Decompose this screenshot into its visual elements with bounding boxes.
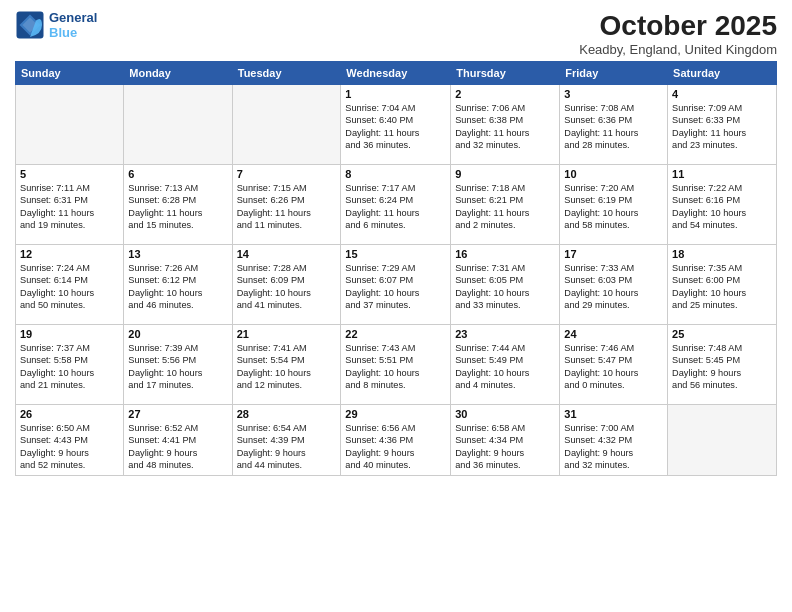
weekday-header: Monday bbox=[124, 62, 232, 85]
calendar-week-row: 19Sunrise: 7:37 AM Sunset: 5:58 PM Dayli… bbox=[16, 325, 777, 405]
calendar-cell: 6Sunrise: 7:13 AM Sunset: 6:28 PM Daylig… bbox=[124, 165, 232, 245]
calendar-week-row: 1Sunrise: 7:04 AM Sunset: 6:40 PM Daylig… bbox=[16, 85, 777, 165]
header: General Blue October 2025 Keadby, Englan… bbox=[15, 10, 777, 57]
day-info: Sunrise: 7:28 AM Sunset: 6:09 PM Dayligh… bbox=[237, 262, 337, 312]
day-number: 31 bbox=[564, 408, 663, 420]
day-number: 11 bbox=[672, 168, 772, 180]
day-info: Sunrise: 7:35 AM Sunset: 6:00 PM Dayligh… bbox=[672, 262, 772, 312]
calendar-cell: 12Sunrise: 7:24 AM Sunset: 6:14 PM Dayli… bbox=[16, 245, 124, 325]
day-number: 26 bbox=[20, 408, 119, 420]
day-number: 23 bbox=[455, 328, 555, 340]
day-number: 1 bbox=[345, 88, 446, 100]
day-info: Sunrise: 7:09 AM Sunset: 6:33 PM Dayligh… bbox=[672, 102, 772, 152]
day-number: 8 bbox=[345, 168, 446, 180]
calendar-cell: 7Sunrise: 7:15 AM Sunset: 6:26 PM Daylig… bbox=[232, 165, 341, 245]
calendar-cell: 1Sunrise: 7:04 AM Sunset: 6:40 PM Daylig… bbox=[341, 85, 451, 165]
weekday-header: Sunday bbox=[16, 62, 124, 85]
calendar-cell: 2Sunrise: 7:06 AM Sunset: 6:38 PM Daylig… bbox=[451, 85, 560, 165]
logo: General Blue bbox=[15, 10, 97, 40]
day-number: 27 bbox=[128, 408, 227, 420]
day-info: Sunrise: 6:58 AM Sunset: 4:34 PM Dayligh… bbox=[455, 422, 555, 472]
day-info: Sunrise: 7:08 AM Sunset: 6:36 PM Dayligh… bbox=[564, 102, 663, 152]
calendar-cell: 17Sunrise: 7:33 AM Sunset: 6:03 PM Dayli… bbox=[560, 245, 668, 325]
logo-text: General Blue bbox=[49, 10, 97, 40]
calendar-cell: 25Sunrise: 7:48 AM Sunset: 5:45 PM Dayli… bbox=[668, 325, 777, 405]
day-number: 18 bbox=[672, 248, 772, 260]
day-info: Sunrise: 7:13 AM Sunset: 6:28 PM Dayligh… bbox=[128, 182, 227, 232]
calendar-cell: 8Sunrise: 7:17 AM Sunset: 6:24 PM Daylig… bbox=[341, 165, 451, 245]
weekday-header: Tuesday bbox=[232, 62, 341, 85]
day-number: 30 bbox=[455, 408, 555, 420]
calendar-cell: 26Sunrise: 6:50 AM Sunset: 4:43 PM Dayli… bbox=[16, 405, 124, 476]
calendar-cell: 27Sunrise: 6:52 AM Sunset: 4:41 PM Dayli… bbox=[124, 405, 232, 476]
day-info: Sunrise: 6:54 AM Sunset: 4:39 PM Dayligh… bbox=[237, 422, 337, 472]
calendar-cell: 9Sunrise: 7:18 AM Sunset: 6:21 PM Daylig… bbox=[451, 165, 560, 245]
day-number: 9 bbox=[455, 168, 555, 180]
day-number: 28 bbox=[237, 408, 337, 420]
day-info: Sunrise: 7:15 AM Sunset: 6:26 PM Dayligh… bbox=[237, 182, 337, 232]
day-info: Sunrise: 6:50 AM Sunset: 4:43 PM Dayligh… bbox=[20, 422, 119, 472]
day-number: 29 bbox=[345, 408, 446, 420]
day-info: Sunrise: 7:11 AM Sunset: 6:31 PM Dayligh… bbox=[20, 182, 119, 232]
calendar-cell: 16Sunrise: 7:31 AM Sunset: 6:05 PM Dayli… bbox=[451, 245, 560, 325]
weekday-header: Friday bbox=[560, 62, 668, 85]
day-number: 12 bbox=[20, 248, 119, 260]
calendar-table: SundayMondayTuesdayWednesdayThursdayFrid… bbox=[15, 61, 777, 476]
day-number: 22 bbox=[345, 328, 446, 340]
day-info: Sunrise: 7:20 AM Sunset: 6:19 PM Dayligh… bbox=[564, 182, 663, 232]
day-number: 10 bbox=[564, 168, 663, 180]
day-number: 2 bbox=[455, 88, 555, 100]
calendar-cell: 19Sunrise: 7:37 AM Sunset: 5:58 PM Dayli… bbox=[16, 325, 124, 405]
calendar-week-row: 5Sunrise: 7:11 AM Sunset: 6:31 PM Daylig… bbox=[16, 165, 777, 245]
weekday-header: Saturday bbox=[668, 62, 777, 85]
day-info: Sunrise: 7:26 AM Sunset: 6:12 PM Dayligh… bbox=[128, 262, 227, 312]
day-info: Sunrise: 7:06 AM Sunset: 6:38 PM Dayligh… bbox=[455, 102, 555, 152]
day-number: 15 bbox=[345, 248, 446, 260]
calendar-cell: 13Sunrise: 7:26 AM Sunset: 6:12 PM Dayli… bbox=[124, 245, 232, 325]
day-number: 17 bbox=[564, 248, 663, 260]
day-info: Sunrise: 6:56 AM Sunset: 4:36 PM Dayligh… bbox=[345, 422, 446, 472]
calendar-cell bbox=[16, 85, 124, 165]
day-number: 4 bbox=[672, 88, 772, 100]
day-info: Sunrise: 7:00 AM Sunset: 4:32 PM Dayligh… bbox=[564, 422, 663, 472]
calendar-cell bbox=[668, 405, 777, 476]
logo-icon bbox=[15, 10, 45, 40]
day-number: 24 bbox=[564, 328, 663, 340]
day-number: 16 bbox=[455, 248, 555, 260]
day-info: Sunrise: 7:41 AM Sunset: 5:54 PM Dayligh… bbox=[237, 342, 337, 392]
day-number: 25 bbox=[672, 328, 772, 340]
calendar-cell: 15Sunrise: 7:29 AM Sunset: 6:07 PM Dayli… bbox=[341, 245, 451, 325]
day-info: Sunrise: 7:37 AM Sunset: 5:58 PM Dayligh… bbox=[20, 342, 119, 392]
calendar-cell: 29Sunrise: 6:56 AM Sunset: 4:36 PM Dayli… bbox=[341, 405, 451, 476]
calendar-cell: 11Sunrise: 7:22 AM Sunset: 6:16 PM Dayli… bbox=[668, 165, 777, 245]
day-info: Sunrise: 6:52 AM Sunset: 4:41 PM Dayligh… bbox=[128, 422, 227, 472]
calendar-cell: 31Sunrise: 7:00 AM Sunset: 4:32 PM Dayli… bbox=[560, 405, 668, 476]
calendar-cell: 14Sunrise: 7:28 AM Sunset: 6:09 PM Dayli… bbox=[232, 245, 341, 325]
page-container: General Blue October 2025 Keadby, Englan… bbox=[0, 0, 792, 481]
title-block: October 2025 Keadby, England, United Kin… bbox=[579, 10, 777, 57]
day-number: 20 bbox=[128, 328, 227, 340]
day-info: Sunrise: 7:44 AM Sunset: 5:49 PM Dayligh… bbox=[455, 342, 555, 392]
weekday-header-row: SundayMondayTuesdayWednesdayThursdayFrid… bbox=[16, 62, 777, 85]
calendar-cell: 30Sunrise: 6:58 AM Sunset: 4:34 PM Dayli… bbox=[451, 405, 560, 476]
day-info: Sunrise: 7:04 AM Sunset: 6:40 PM Dayligh… bbox=[345, 102, 446, 152]
day-info: Sunrise: 7:22 AM Sunset: 6:16 PM Dayligh… bbox=[672, 182, 772, 232]
day-info: Sunrise: 7:17 AM Sunset: 6:24 PM Dayligh… bbox=[345, 182, 446, 232]
day-number: 3 bbox=[564, 88, 663, 100]
calendar-cell: 3Sunrise: 7:08 AM Sunset: 6:36 PM Daylig… bbox=[560, 85, 668, 165]
weekday-header: Wednesday bbox=[341, 62, 451, 85]
calendar-week-row: 26Sunrise: 6:50 AM Sunset: 4:43 PM Dayli… bbox=[16, 405, 777, 476]
day-info: Sunrise: 7:48 AM Sunset: 5:45 PM Dayligh… bbox=[672, 342, 772, 392]
calendar-cell: 4Sunrise: 7:09 AM Sunset: 6:33 PM Daylig… bbox=[668, 85, 777, 165]
day-info: Sunrise: 7:29 AM Sunset: 6:07 PM Dayligh… bbox=[345, 262, 446, 312]
calendar-cell bbox=[124, 85, 232, 165]
calendar-cell: 20Sunrise: 7:39 AM Sunset: 5:56 PM Dayli… bbox=[124, 325, 232, 405]
day-info: Sunrise: 7:31 AM Sunset: 6:05 PM Dayligh… bbox=[455, 262, 555, 312]
day-number: 6 bbox=[128, 168, 227, 180]
calendar-cell bbox=[232, 85, 341, 165]
day-number: 13 bbox=[128, 248, 227, 260]
location: Keadby, England, United Kingdom bbox=[579, 42, 777, 57]
day-number: 19 bbox=[20, 328, 119, 340]
calendar-cell: 22Sunrise: 7:43 AM Sunset: 5:51 PM Dayli… bbox=[341, 325, 451, 405]
day-info: Sunrise: 7:46 AM Sunset: 5:47 PM Dayligh… bbox=[564, 342, 663, 392]
